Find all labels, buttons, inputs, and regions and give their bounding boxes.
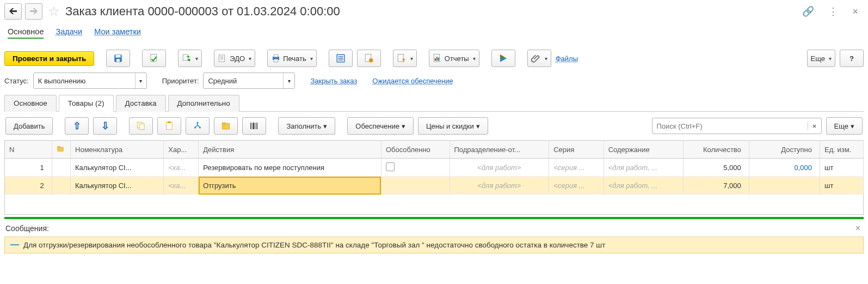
page-title: Заказ клиента 0000-000003 от 01.03.2024 …	[65, 4, 340, 19]
cell-content[interactable]: <для работ, ...	[604, 159, 683, 177]
barcode-button[interactable]	[242, 117, 266, 135]
nav-back-button[interactable]: 🡨	[4, 3, 22, 20]
chevron-down-icon[interactable]: ▾	[283, 73, 294, 88]
cell-action[interactable]: Резервировать по мере поступления	[199, 159, 381, 177]
create-based-on-button[interactable]: ▾	[178, 50, 202, 67]
favorite-star-icon[interactable]: ☆	[46, 4, 62, 19]
move-down-button[interactable]: ⇩	[93, 117, 117, 135]
cell-n[interactable]: 2	[5, 177, 52, 195]
svg-rect-22	[436, 57, 438, 61]
paste-button[interactable]	[157, 117, 181, 135]
nav-forward-button[interactable]: 🡪	[25, 3, 42, 20]
message-item[interactable]: — Для отгрузки/резервирования необособле…	[4, 237, 864, 253]
chevron-down-icon: ▾	[829, 56, 832, 62]
col-icon[interactable]	[52, 141, 70, 159]
distribute-button[interactable]	[186, 117, 210, 135]
col-division[interactable]: Подразделение-от...	[450, 141, 549, 159]
cell-available[interactable]: 0,000	[749, 159, 820, 177]
col-available[interactable]: Доступно	[749, 141, 820, 159]
edo-button[interactable]: ЭДО ▾	[214, 50, 255, 67]
more-button[interactable]: Еще ▾	[807, 50, 835, 67]
reports-button[interactable]: Отчеты ▾	[429, 50, 479, 67]
nav-tab-notes[interactable]: Мои заметки	[94, 27, 141, 39]
cell-icon[interactable]	[52, 159, 70, 177]
kebab-menu-icon[interactable]: ⋮	[823, 5, 844, 17]
move-up-button[interactable]: ⇧	[65, 117, 89, 135]
cell-separate[interactable]	[381, 159, 450, 177]
prices-button[interactable]: Цены и скидки ▾	[418, 117, 488, 135]
cell-char[interactable]: <ха...	[164, 159, 199, 177]
fill-button[interactable]: Заполнить ▾	[278, 117, 335, 135]
table-row[interactable]: 2 Калькулятор CI... <ха... Отгрузить <дл…	[5, 177, 864, 195]
help-button[interactable]: ?	[840, 50, 864, 67]
grid-more-button[interactable]: Еще ▾	[826, 117, 863, 135]
tab-main[interactable]: Основное	[4, 95, 57, 112]
tab-delivery[interactable]: Доставка	[116, 95, 166, 112]
cell-separate[interactable]	[381, 177, 450, 195]
link-icon[interactable]: 🔗	[797, 5, 820, 17]
col-series[interactable]: Серия	[549, 141, 604, 159]
col-separate[interactable]: Обособленно	[381, 141, 450, 159]
doc-button-1[interactable]	[329, 50, 353, 67]
col-char[interactable]: Хар...	[164, 141, 199, 159]
svg-rect-29	[167, 122, 173, 130]
cell-icon[interactable]	[52, 177, 70, 195]
print-button[interactable]: Печать ▾	[267, 50, 317, 67]
folder-small-icon	[57, 145, 64, 153]
col-unit[interactable]: Ед. изм.	[820, 141, 863, 159]
priority-select[interactable]: Средний ▾	[203, 72, 295, 89]
cell-division[interactable]: <для работ>	[450, 177, 549, 195]
close-order-link[interactable]: Закрыть заказ	[310, 77, 357, 85]
cell-qty[interactable]: 7,000	[683, 177, 749, 195]
col-qty[interactable]: Количество	[683, 141, 749, 159]
tab-extra[interactable]: Дополнительно	[168, 95, 239, 112]
col-n[interactable]: N	[5, 141, 52, 159]
cell-content[interactable]: <для работ, ...	[604, 177, 683, 195]
folder-button[interactable]	[214, 117, 238, 135]
search-input[interactable]	[652, 122, 808, 130]
message-text: Для отгрузки/резервирования необособленн…	[23, 241, 605, 249]
close-icon[interactable]: ×	[847, 6, 864, 17]
doc-shield-icon	[397, 53, 407, 63]
table-row[interactable]: 1 Калькулятор CI... <ха... Резервировать…	[5, 159, 864, 177]
close-messages-button[interactable]: ×	[855, 223, 860, 233]
col-actions[interactable]: Действия	[199, 141, 381, 159]
cell-unit[interactable]: шт	[820, 159, 863, 177]
col-nomenclature[interactable]: Номенклатура	[71, 141, 164, 159]
nav-tab-main[interactable]: Основное	[8, 27, 44, 39]
cell-action[interactable]: Отгрузить	[199, 177, 381, 195]
chevron-down-icon[interactable]: ▾	[135, 73, 146, 88]
supply-button[interactable]: Обеспечение ▾	[347, 117, 414, 135]
save-button[interactable]	[106, 50, 130, 67]
post-and-close-button[interactable]: Провести и закрыть	[4, 51, 94, 66]
cell-available[interactable]	[749, 177, 820, 195]
tri-color-button[interactable]	[491, 50, 515, 67]
cell-nomenclature[interactable]: Калькулятор CI...	[71, 159, 164, 177]
search-box[interactable]: ×	[652, 118, 822, 134]
more-label: Еще	[811, 55, 825, 63]
doc-button-2[interactable]	[357, 50, 381, 67]
cell-nomenclature[interactable]: Калькулятор CI...	[71, 177, 164, 195]
post-button[interactable]	[142, 50, 166, 67]
supply-expected-link[interactable]: Ожидается обеспечение	[372, 77, 453, 85]
files-link[interactable]: Файлы	[556, 55, 578, 63]
cell-qty[interactable]: 5,000	[683, 159, 749, 177]
cell-series[interactable]: <серия ...	[549, 159, 604, 177]
status-select[interactable]: К выполнению ▾	[33, 72, 147, 89]
fill-label: Заполнить	[286, 122, 321, 130]
add-row-button[interactable]: Добавить	[5, 117, 53, 135]
cell-n[interactable]: 1	[5, 159, 52, 177]
copy-button[interactable]	[129, 117, 153, 135]
doc-button-3[interactable]: ▾	[393, 50, 417, 67]
cell-char[interactable]: <ха...	[164, 177, 199, 195]
tab-goods[interactable]: Товары (2)	[59, 95, 114, 112]
cell-unit[interactable]: шт	[820, 177, 863, 195]
cell-division[interactable]: <для работ>	[450, 159, 549, 177]
col-content[interactable]: Содержание	[604, 141, 683, 159]
clear-search-button[interactable]: ×	[808, 122, 821, 130]
attach-button[interactable]: ▾	[527, 50, 551, 67]
nav-tab-tasks[interactable]: Задачи	[56, 27, 82, 39]
checkbox[interactable]	[386, 162, 395, 171]
svg-rect-28	[139, 124, 144, 130]
cell-series[interactable]: <серия ...	[549, 177, 604, 195]
